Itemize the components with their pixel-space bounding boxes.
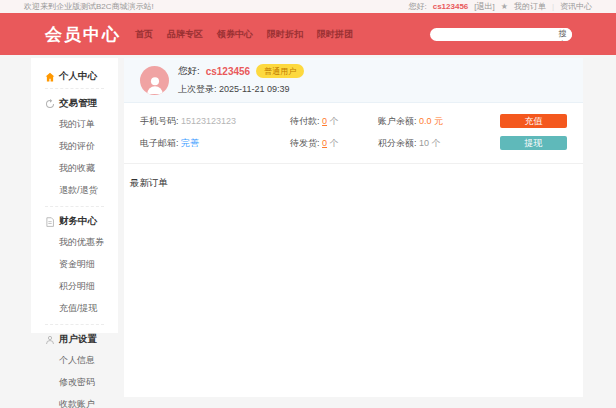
pending-ship-count-link[interactable]: 0 (322, 138, 327, 148)
greeting-label: 您好: (178, 65, 200, 78)
sidebar-section-user-settings[interactable]: 用户设置 (45, 333, 118, 346)
latest-orders-title: 最新订单 (124, 164, 583, 190)
topbar-username-link[interactable]: cs123456 (433, 2, 469, 11)
sidebar-divider (45, 206, 104, 207)
pending-pay-unit: 个 (330, 116, 339, 126)
sidebar-divider (45, 324, 104, 325)
sidebar-divider (45, 88, 104, 89)
balance-label: 账户余额: (378, 116, 417, 126)
star-icon: ★ (501, 2, 508, 11)
sidebar-item-my-coupons[interactable]: 我的优惠券 (45, 231, 118, 253)
sidebar-item-personal-info[interactable]: 个人信息 (45, 349, 118, 371)
topbar-divider: | (552, 2, 554, 11)
topbar-news-center-link[interactable]: 资讯中心 (560, 1, 592, 12)
nav-item-coupon-center[interactable]: 领券中心 (217, 28, 253, 41)
phone-value: 15123123123 (181, 116, 236, 126)
logout-link[interactable]: [退出] (474, 1, 494, 12)
search-input[interactable] (430, 28, 554, 41)
sidebar-item-recharge-withdraw[interactable]: 充值/提现 (45, 297, 118, 319)
account-summary: 手机号码: 15123123123 待付款: 0 个 账户余额: 0.0 元 充… (124, 103, 583, 164)
avatar (140, 66, 169, 95)
main-header: 会员中心 首页 品牌专区 领券中心 限时折扣 限时拼团 搜 索 (0, 13, 616, 55)
last-login-label: 上次登录: (178, 84, 217, 94)
content-area: 个人中心 交易管理 我的订单 我的评价 我的收藏 退款/退货 财务中心 我的优惠… (0, 55, 616, 397)
main-panel: 您好: cs123456 普通用户 上次登录: 2025-11-21 09:39… (124, 58, 583, 397)
document-icon (45, 217, 55, 227)
email-label: 电子邮箱: (140, 138, 179, 148)
user-icon (45, 335, 55, 345)
greeting-strip: 您好: cs123456 普通用户 上次登录: 2025-11-21 09:39 (124, 58, 583, 103)
greeting-label: 您好: (408, 1, 426, 12)
welcome-text: 欢迎来到企业版测试B2C商城演示站! (24, 1, 154, 12)
sidebar: 个人中心 交易管理 我的订单 我的评价 我的收藏 退款/退货 财务中心 我的优惠… (31, 58, 118, 333)
user-level-badge: 普通用户 (256, 64, 304, 78)
balance-value: 0.0 元 (419, 116, 443, 126)
main-nav: 首页 品牌专区 领券中心 限时折扣 限时拼团 (135, 28, 353, 41)
pending-ship-label: 待发货: (290, 138, 320, 148)
sidebar-item-change-password[interactable]: 修改密码 (45, 371, 118, 393)
sidebar-item-my-favorites[interactable]: 我的收藏 (45, 157, 118, 179)
sidebar-item-payment-account[interactable]: 收款账户 (45, 393, 118, 408)
email-complete-link[interactable]: 完善 (181, 138, 199, 148)
sidebar-item-personal-center[interactable]: 个人中心 (45, 70, 118, 83)
account-row: 电子邮箱: 完善 待发货: 0 个 积分余额: 10 个 提现 (140, 132, 567, 154)
points-value: 10 个 (419, 138, 441, 148)
home-icon (45, 72, 55, 82)
points-label: 积分余额: (378, 138, 417, 148)
greeting-username[interactable]: cs123456 (206, 66, 251, 77)
sync-icon (45, 99, 55, 109)
nav-item-group-buy[interactable]: 限时拼团 (317, 28, 353, 41)
last-login-value: 2025-11-21 09:39 (219, 84, 289, 94)
recharge-button[interactable]: 充值 (500, 114, 567, 128)
sidebar-item-my-reviews[interactable]: 我的评价 (45, 135, 118, 157)
topbar: 欢迎来到企业版测试B2C商城演示站! 您好: cs123456 [退出] ★ 我… (0, 0, 616, 13)
nav-item-brand-zone[interactable]: 品牌专区 (167, 28, 203, 41)
sidebar-item-fund-details[interactable]: 资金明细 (45, 253, 118, 275)
sidebar-item-refund-return[interactable]: 退款/退货 (45, 179, 118, 201)
phone-label: 手机号码: (140, 116, 179, 126)
sidebar-item-my-orders[interactable]: 我的订单 (45, 113, 118, 135)
page-title[interactable]: 会员中心 (45, 23, 121, 46)
topbar-my-orders-link[interactable]: 我的订单 (514, 1, 546, 12)
nav-item-home[interactable]: 首页 (135, 28, 153, 41)
withdraw-button[interactable]: 提现 (500, 136, 567, 150)
search-button[interactable]: 搜 索 (554, 28, 572, 41)
sidebar-section-finance-center[interactable]: 财务中心 (45, 215, 118, 228)
search-bar: 搜 索 (430, 28, 572, 41)
sidebar-section-trade-management[interactable]: 交易管理 (45, 97, 118, 110)
pending-pay-label: 待付款: (290, 116, 320, 126)
pending-ship-unit: 个 (330, 138, 339, 148)
account-row: 手机号码: 15123123123 待付款: 0 个 账户余额: 0.0 元 充… (140, 110, 567, 132)
nav-item-limited-discount[interactable]: 限时折扣 (267, 28, 303, 41)
sidebar-item-points-details[interactable]: 积分明细 (45, 275, 118, 297)
pending-pay-count-link[interactable]: 0 (322, 116, 327, 126)
